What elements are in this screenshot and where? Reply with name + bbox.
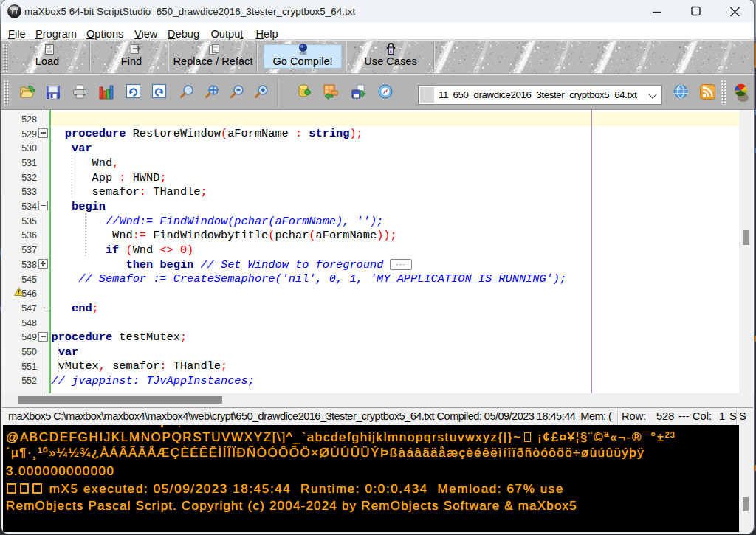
svg-text:max: max [300, 51, 307, 55]
